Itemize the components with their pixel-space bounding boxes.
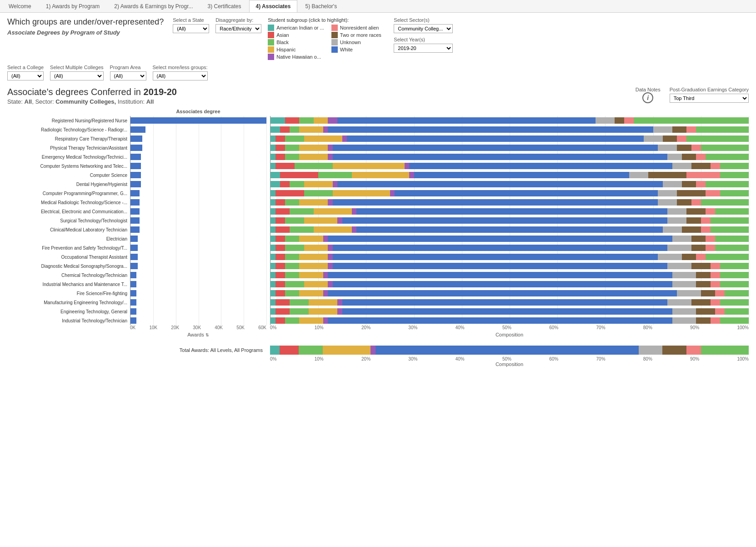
bar-segment xyxy=(328,126,653,133)
chart-row: Clinical/Medical Laboratory Technician xyxy=(7,225,749,234)
left-bar xyxy=(130,254,138,260)
bar-segment xyxy=(720,172,749,178)
tab-certificates[interactable]: 3) Certificates xyxy=(201,0,248,12)
chart-main-title: Associate's degrees Conferred in 2019-20 xyxy=(7,87,177,97)
earnings-select[interactable]: Top Third xyxy=(670,94,749,103)
bottom-x-axis: 0%10%20%30%40%50%60%70%80%90%100% xyxy=(270,356,749,361)
bar-segment xyxy=(323,317,328,324)
chart-row: Fire Prevention and Safety Technology/T.… xyxy=(7,243,749,252)
stacked-bar xyxy=(270,317,749,324)
legend-label-nonresident: Nonresident alien xyxy=(340,25,379,30)
bar-segment xyxy=(356,208,667,215)
bar-segment xyxy=(328,154,333,160)
bar-segment xyxy=(686,126,696,133)
year-select[interactable]: 2019-20 xyxy=(394,44,453,53)
bar-segment xyxy=(686,135,749,142)
main-content: Which groups are under/over-represented?… xyxy=(0,13,756,371)
bar-segment xyxy=(275,199,285,206)
college-select[interactable]: (All) xyxy=(7,71,44,80)
legend-color-asian xyxy=(268,32,274,38)
page-title: Which groups are under/over-represented? xyxy=(7,17,164,27)
bar-segment xyxy=(701,145,749,151)
bar-segment xyxy=(711,299,720,306)
bar-segment xyxy=(347,135,643,142)
legend-label-native-hawaiian: Native Hawaiian o... xyxy=(276,54,321,60)
legend-item-asian[interactable]: Asian xyxy=(268,32,324,38)
legend-color-native-hawaiian xyxy=(268,54,274,60)
bar-segment xyxy=(691,163,711,169)
bar-segment xyxy=(270,199,275,206)
bar-segment xyxy=(270,126,280,133)
legend-grid: American Indian or ... Nonresident alien… xyxy=(268,25,387,60)
chart-row: Registered Nursing/Registered Nurse xyxy=(7,116,749,125)
bar-segment xyxy=(333,163,405,169)
program-label: Physical Therapy Technician/Assistant xyxy=(7,146,130,151)
awards-axis-label: Awards ⇅ xyxy=(130,332,266,337)
bar-segment xyxy=(667,154,682,160)
legend-item-white[interactable]: White xyxy=(331,46,388,53)
chart-row: Occupational Therapist Assistant xyxy=(7,252,749,261)
total-bar-segment xyxy=(299,346,323,355)
legend-color-white xyxy=(331,46,338,53)
legend-item-american-indian[interactable]: American Indian or ... xyxy=(268,25,324,31)
program-label: Emergency Medical Technology/Technici... xyxy=(7,155,130,160)
program-area-select[interactable]: (All) xyxy=(110,71,146,80)
legend-item-nonresident[interactable]: Nonresident alien xyxy=(331,25,388,31)
right-bar-area xyxy=(270,161,749,171)
bars-container: Registered Nursing/Registered NurseRadio… xyxy=(7,116,749,325)
left-bar xyxy=(130,299,136,306)
bar-segment xyxy=(333,245,667,251)
program-label: Occupational Therapist Assistant xyxy=(7,255,130,260)
chart-row: Electrical, Electronic and Communication… xyxy=(7,207,749,216)
sector-select[interactable]: Community Colleg... xyxy=(394,24,453,33)
tab-associates[interactable]: 4) Associates xyxy=(249,0,298,12)
legend-item-hispanic[interactable]: Hispanic xyxy=(268,46,324,53)
bar-segment xyxy=(275,208,290,215)
tab-awards-earnings[interactable]: 2) Awards & Earnings by Progr... xyxy=(107,0,200,12)
bar-segment xyxy=(275,290,285,296)
sort-icon[interactable]: ⇅ xyxy=(205,333,209,337)
bar-segment xyxy=(328,290,677,296)
bar-segment xyxy=(658,199,677,206)
bar-segment xyxy=(409,163,672,169)
right-bar-area xyxy=(270,152,749,161)
chart-row: Emergency Medical Technology/Technici... xyxy=(7,152,749,161)
bar-segment xyxy=(314,226,352,233)
bar-segment xyxy=(280,181,290,187)
stacked-bar xyxy=(270,199,749,206)
tab-bachelors[interactable]: 5) Bachelor's xyxy=(298,0,344,12)
bar-segment xyxy=(314,117,328,124)
chart-row: Radiologic Technology/Science - Radiogr.… xyxy=(7,125,749,134)
left-bar xyxy=(130,199,140,206)
chart-row: Computer Programming/Programmer, G... xyxy=(7,189,749,198)
more-groups-select[interactable]: (All) xyxy=(153,71,208,80)
legend-item-two-races[interactable]: Two or more races xyxy=(331,32,388,38)
multi-college-label: Select Multiple Colleges xyxy=(50,65,103,70)
legend-color-american-indian xyxy=(268,25,274,31)
state-control: Select a State (All) xyxy=(173,17,209,33)
bar-segment xyxy=(290,181,304,187)
total-bar-segment xyxy=(686,346,701,355)
bar-segment xyxy=(280,126,290,133)
legend-item-native-hawaiian[interactable]: Native Hawaiian o... xyxy=(268,54,324,60)
program-label: Industrial Technology/Technician xyxy=(7,318,130,323)
tab-welcome[interactable]: Welcome xyxy=(2,0,38,12)
tab-awards-program[interactable]: 1) Awards by Program xyxy=(39,0,107,12)
multi-college-select[interactable]: (All) xyxy=(50,71,103,80)
disaggregate-select[interactable]: Race/Ethnicity xyxy=(215,24,261,33)
controls-row: Select a State (All) Disaggregate by: Ra… xyxy=(173,17,749,60)
chart-title-year: 2019-20 xyxy=(144,87,177,97)
legend-color-nonresident xyxy=(331,25,338,31)
state-select[interactable]: (All) xyxy=(173,24,209,33)
legend-item-black[interactable]: Black xyxy=(268,39,324,45)
info-icon[interactable]: i xyxy=(642,92,653,103)
bar-segment xyxy=(275,254,285,260)
bar-segment xyxy=(405,163,410,169)
stacked-bar xyxy=(270,263,749,269)
bar-segment xyxy=(352,208,357,215)
bar-segment xyxy=(323,126,328,133)
left-bar-area xyxy=(130,207,266,216)
legend-item-unknown[interactable]: Unknown xyxy=(331,39,388,45)
bar-segment xyxy=(328,281,333,287)
program-label: Surgical Technology/Technologist xyxy=(7,218,130,223)
